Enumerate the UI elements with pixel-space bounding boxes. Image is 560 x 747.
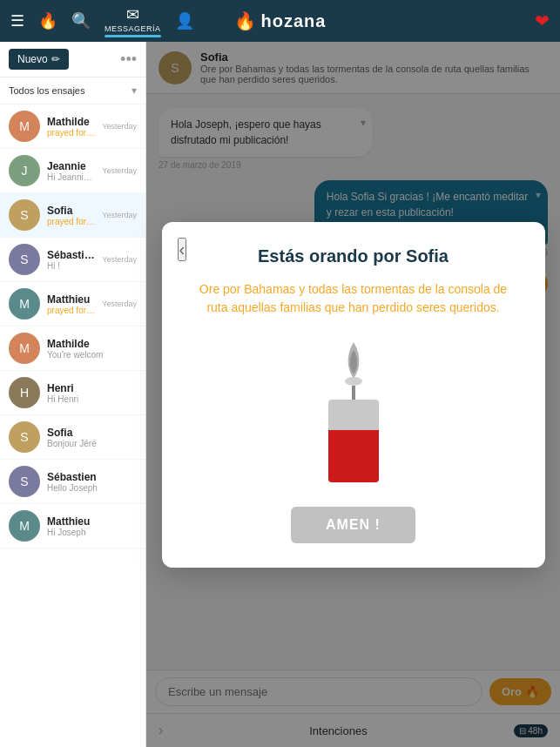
contact-list: M Mathilde prayed for you Yesterday J Je…: [0, 104, 145, 747]
contact-avatar: S: [9, 466, 40, 497]
contact-sub: Hello Joseph: [47, 483, 137, 493]
amen-button[interactable]: AMEN !: [291, 507, 415, 543]
contact-avatar: M: [9, 333, 40, 364]
contact-info: Mathilde prayed for you: [47, 116, 95, 138]
contact-avatar: M: [9, 510, 40, 542]
contact-item-sofia2[interactable]: S Sofia Bonjour Jéré: [0, 415, 145, 460]
contact-avatar: S: [9, 244, 40, 275]
contact-sub: Hi Joseph: [47, 528, 137, 537]
contact-item-jeannie[interactable]: J Jeannie Hi Jeannie!! Yes thanks ! I Ye…: [0, 149, 145, 193]
contact-sub: Hi !: [47, 261, 95, 271]
contact-avatar: M: [9, 288, 40, 320]
contact-avatar: S: [9, 421, 40, 453]
contact-name: Mathilde: [47, 116, 95, 128]
contact-time: Yesterday: [102, 122, 137, 131]
contact-info: Mathilde You're welcom: [47, 338, 137, 360]
contact-item-matthieu2[interactable]: M Matthieu Hi Joseph: [0, 504, 145, 548]
contact-avatar: M: [9, 111, 40, 142]
messagerie-tab[interactable]: ✉ MESSAGERÍA: [105, 5, 161, 37]
candle-wick: [352, 386, 355, 400]
contact-name: Matthieu: [47, 293, 95, 306]
heart-icon[interactable]: ❤: [535, 10, 550, 31]
contact-info: Jeannie Hi Jeannie!! Yes thanks ! I: [47, 160, 95, 182]
contact-sub: prayed for you: [47, 128, 95, 138]
contact-sub: Hi Jeannie!! Yes thanks ! I: [47, 172, 95, 182]
more-button[interactable]: •••: [120, 50, 137, 69]
app-name: hozana: [261, 11, 327, 31]
nav-left: ☰ 🔥 🔍 ✉ MESSAGERÍA 👤: [10, 5, 194, 37]
contact-info: Sébastien Hello Joseph: [47, 471, 137, 493]
contact-item-henri[interactable]: H Henri Hi Henri: [0, 371, 145, 415]
contact-sub: Bonjour Jéré: [47, 439, 137, 448]
svg-point-0: [345, 377, 362, 386]
contact-info: Henri Hi Henri: [47, 382, 137, 404]
candle-body: [328, 400, 379, 482]
contact-time: Yesterday: [102, 255, 137, 264]
contact-sub: prayed for you: [47, 217, 95, 226]
contact-item-sebastien2[interactable]: S Sébastien Hello Joseph: [0, 460, 145, 504]
modal-overlay: ‹ Estás orando por Sofia Ore por Bahamas…: [146, 42, 560, 747]
all-messages-filter[interactable]: Todos los ensajes ▾: [0, 77, 145, 104]
flame-nav-icon[interactable]: 🔥: [38, 11, 57, 30]
contact-info: Sofia prayed for you: [47, 205, 95, 226]
contact-time: Yesterday: [102, 211, 137, 219]
chat-area: S Sofia Ore por Bahamas y todas las torm…: [146, 42, 560, 747]
contact-avatar: S: [9, 199, 40, 231]
pencil-icon: ✏: [51, 53, 60, 65]
modal-back-button[interactable]: ‹: [178, 238, 187, 261]
candle-animation: [328, 338, 379, 482]
tab-bar: [105, 35, 161, 37]
contact-info: Matthieu Hi Joseph: [47, 515, 137, 537]
contact-avatar: J: [9, 155, 40, 186]
message-icon: ✉: [126, 5, 139, 24]
contact-name: Sébastien: [47, 471, 137, 483]
nav-right: ❤: [535, 10, 550, 31]
contact-name: Sébastien: [47, 249, 95, 261]
contact-sub: You're welcom: [47, 350, 137, 360]
contact-item-mathilde2[interactable]: M Mathilde You're welcom: [0, 326, 145, 371]
contact-info: Matthieu prayed for you: [47, 293, 95, 315]
contact-name: Jeannie: [47, 160, 95, 172]
contact-sub: Hi Henri: [47, 394, 137, 404]
contact-item-sofia[interactable]: S Sofia prayed for you Yesterday: [0, 193, 145, 238]
contact-item-mathilde[interactable]: M Mathilde prayed for you Yesterday: [0, 104, 145, 149]
contact-sub: prayed for you: [47, 306, 95, 315]
chevron-down-icon: ▾: [132, 84, 137, 97]
contact-item-matthieu[interactable]: M Matthieu prayed for you Yesterday: [0, 282, 145, 326]
candle-red-part: [328, 430, 379, 482]
sidebar-header: Nuevo ✏ •••: [0, 42, 145, 77]
contact-name: Matthieu: [47, 515, 137, 528]
contact-avatar: H: [9, 377, 40, 408]
messagerie-label: MESSAGERÍA: [105, 24, 161, 33]
modal-title: Estás orando por Sofia: [258, 246, 449, 266]
candle-body-wrapper: [328, 386, 379, 482]
new-button[interactable]: Nuevo ✏: [9, 49, 69, 70]
contact-item-sebastien[interactable]: S Sébastien Hi ! Yesterday: [0, 238, 145, 282]
modal-prayer-text: Ore por Bahamas y todas las tormentas de…: [190, 280, 517, 317]
prayer-modal: ‹ Estás orando por Sofia Ore por Bahamas…: [162, 222, 545, 568]
contact-name: Mathilde: [47, 338, 137, 350]
brand-flame-icon: 🔥: [234, 10, 256, 31]
contact-info: Sébastien Hi !: [47, 249, 95, 271]
user-icon[interactable]: 👤: [175, 11, 194, 30]
contact-name: Henri: [47, 382, 137, 394]
main-layout: Nuevo ✏ ••• Todos los ensajes ▾ M Mathil…: [0, 42, 560, 747]
hamburger-icon[interactable]: ☰: [10, 11, 24, 30]
sidebar: Nuevo ✏ ••• Todos los ensajes ▾ M Mathil…: [0, 42, 146, 747]
contact-time: Yesterday: [102, 299, 137, 308]
contact-time: Yesterday: [102, 166, 137, 175]
contact-name: Sofia: [47, 205, 95, 217]
search-icon[interactable]: 🔍: [71, 11, 91, 30]
top-nav: ☰ 🔥 🔍 ✉ MESSAGERÍA 👤 🔥 hozana ❤: [0, 0, 560, 42]
candle-flame-svg: [336, 338, 371, 386]
contact-info: Sofia Bonjour Jéré: [47, 427, 137, 448]
app-brand: 🔥 hozana: [234, 10, 327, 31]
contact-name: Sofia: [47, 427, 137, 439]
